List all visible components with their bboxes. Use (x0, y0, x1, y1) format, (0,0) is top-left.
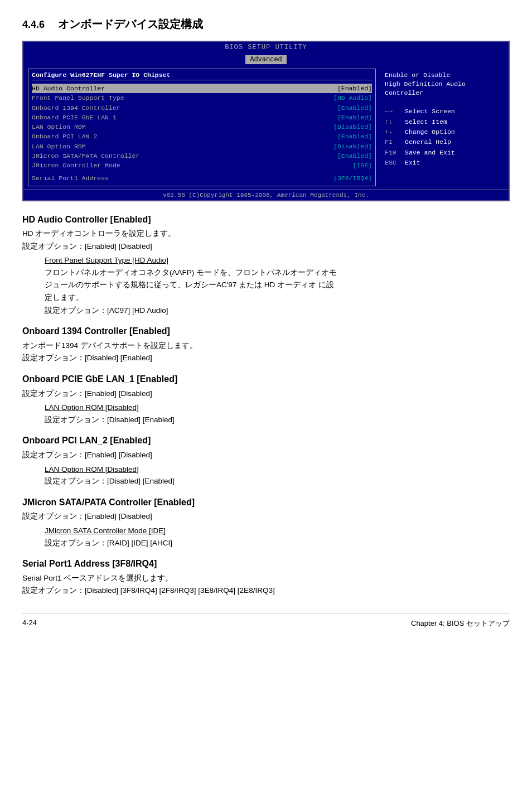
bios-header: BIOS SETUP UTILITY (23, 42, 509, 53)
bios-item: Onboard PCIE GbE LAN 1[Enabled] (32, 113, 372, 122)
content-item-header-0: HD Audio Controller [Enabled] (22, 212, 510, 227)
bios-item-label: Onboard 1394 Controller (32, 103, 337, 113)
footer-left: 4-24 (22, 619, 37, 629)
bios-nav-desc: Change Option (405, 127, 455, 137)
bios-nav-desc: Exit (405, 158, 420, 168)
bios-item-value: [Enabled] (337, 103, 372, 113)
bios-serial-label: Serial Port1 Address (32, 173, 333, 183)
bios-advanced-tab: Advanced (245, 55, 287, 64)
bios-item-value: [Enabled] (337, 132, 372, 141)
content-item-option-1: 設定オプション：[Disabled] [Enabled] (22, 352, 510, 364)
sub-item-link-2-0: LAN Option ROM [Disabled] (45, 402, 510, 414)
sub-item-link-3-0: LAN Option ROM [Disabled] (45, 463, 510, 476)
sub-item-3-0: LAN Option ROM [Disabled]設定オプション：[Disabl… (45, 463, 510, 487)
bios-nav-desc: Save and Exit (405, 148, 455, 158)
main-content: HD Audio Controller [Enabled]HD オーディオコント… (22, 212, 510, 597)
bios-item: LAN Option ROM[Disabled] (32, 122, 372, 132)
page-footer: 4-24 Chapter 4: BIOS セットアップ (22, 613, 510, 629)
sub-item-desc2-0-0: ジュールのサポートする規格に従って、レガシーAC'97 または HD オーディオ… (45, 279, 510, 291)
bios-nav-desc: Select Screen (405, 107, 455, 117)
bios-nav-desc: General Help (405, 137, 451, 147)
content-item-desc-5: Serial Port1 ベースアドレスを選択します。 (22, 572, 510, 584)
bios-nav-item: ESCExit (385, 158, 501, 168)
bios-item-value: [Disabled] (333, 142, 372, 151)
bios-item: HD Audio Controller[Enabled] (32, 84, 372, 93)
bios-help-text: Enable or Disable High Definition Audio … (385, 71, 501, 98)
bios-item-value: [Enabled] (337, 151, 372, 161)
bios-left-panel: Configure Win627EHF Super IO Chipset HD … (28, 69, 376, 186)
bios-item-label: LAN Option ROM (32, 142, 333, 151)
bios-item-label: Front Panel Support Type (32, 93, 333, 103)
bios-item: Front Panel Support Type[HD Audio] (32, 93, 372, 103)
sub-item-option-0-0: 設定オプション：[AC97] [HD Audio] (45, 305, 510, 317)
content-item-option-2: 設定オプション：[Enabled] [Disabled] (22, 388, 510, 400)
content-item-desc-0: HD オーディオコントローラを設定します。 (22, 228, 510, 240)
bios-content: Configure Win627EHF Super IO Chipset HD … (23, 65, 509, 190)
bios-item-label: JMicron Controller Mode (32, 161, 352, 170)
bios-nav-key: F1 (385, 137, 402, 147)
bios-item: JMicron Controller Mode[IDE] (32, 161, 372, 170)
bios-item-label: Onboard PCIE GbE LAN 1 (32, 113, 337, 122)
content-item-header-5: Serial Port1 Address [3F8/IRQ4] (22, 557, 510, 571)
bios-item-value: [HD Audio] (333, 93, 372, 103)
bios-screenshot: BIOS SETUP UTILITY Advanced Configure Wi… (22, 41, 510, 201)
content-item-option-0: 設定オプション：[Enabled] [Disabled] (22, 240, 510, 253)
content-item-desc-1: オンボード1394 デバイスサポートを設定します。 (22, 340, 510, 352)
bios-item-value: [Enabled] (337, 84, 372, 93)
bios-item-value: [Disabled] (333, 122, 372, 132)
bios-nav-key: ←→ (385, 107, 402, 117)
bios-item: JMicron SATA/PATA Controller[Enabled] (32, 151, 372, 161)
bios-item-value: [Enabled] (337, 113, 372, 122)
content-item-header-1: Onboard 1394 Controller [Enabled] (22, 324, 510, 339)
sub-item-option-2-0: 設定オプション：[Disabled] [Enabled] (45, 414, 510, 426)
sub-item-2-0: LAN Option ROM [Disabled]設定オプション：[Disabl… (45, 402, 510, 426)
bios-nav-key: ESC (385, 158, 402, 168)
sub-item-option-3-0: 設定オプション：[Disabled] [Enabled] (45, 475, 510, 487)
bios-nav-item: ↑↓Select Item (385, 117, 501, 127)
bios-nav-item: F1General Help (385, 137, 501, 147)
content-item-header-3: Onboard PCI LAN_2 [Enabled] (22, 433, 510, 448)
bios-nav-item: +-Change Option (385, 127, 501, 137)
section-number: 4.4.6 (22, 19, 45, 31)
sub-item-option-4-0: 設定オプション：[RAID] [IDE] [AHCI] (45, 537, 510, 549)
bios-nav-key: ↑↓ (385, 117, 402, 127)
content-item-option-5: 設定オプション：[Disabled] [3F8/IRQ4] [2F8/IRQ3]… (22, 584, 510, 597)
bios-item-value: [IDE] (352, 161, 372, 170)
content-item-option-3: 設定オプション：[Enabled] [Disabled] (22, 449, 510, 461)
bios-item: Onboard 1394 Controller[Enabled] (32, 103, 372, 113)
bios-right-panel: Enable or Disable High Definition Audio … (381, 69, 504, 186)
bios-item: LAN Option ROM[Disabled] (32, 142, 372, 151)
content-item-header-2: Onboard PCIE GbE LAN_1 [Enabled] (22, 372, 510, 386)
sub-item-link-4-0: JMicron SATA Controller Mode [IDE] (45, 525, 510, 537)
section-title: 4.4.6 オンボードデバイス設定構成 (22, 17, 510, 32)
bios-nav: ←→Select Screen↑↓Select Item+-Change Opt… (385, 107, 501, 168)
bios-item-label: HD Audio Controller (32, 84, 337, 93)
bios-nav-key: +- (385, 127, 402, 137)
bios-nav-item: ←→Select Screen (385, 107, 501, 117)
content-item-option-4: 設定オプション：[Enabled] [Disabled] (22, 510, 510, 523)
bios-nav-key: F10 (385, 148, 402, 158)
bios-item-label: LAN Option ROM (32, 122, 333, 132)
content-item-header-4: JMicron SATA/PATA Controller [Enabled] (22, 495, 510, 510)
bios-section-title: Configure Win627EHF Super IO Chipset (32, 71, 372, 80)
bios-nav-item: F10Save and Exit (385, 148, 501, 158)
bios-footer: v02.58 (C)Copyright 1985-2006, American … (23, 190, 509, 200)
footer-right: Chapter 4: BIOS セットアップ (411, 619, 510, 629)
sub-item-link-0-0: Front Panel Support Type [HD Audio] (45, 254, 510, 267)
bios-item-label: JMicron SATA/PATA Controller (32, 151, 337, 161)
section-name: オンボードデバイス設定構成 (58, 17, 203, 32)
bios-serial-value: [3F8/IRQ4] (333, 173, 372, 183)
sub-item-desc3-0-0: 定します。 (45, 292, 510, 304)
bios-item-label: Onboard PCI LAN 2 (32, 132, 337, 141)
sub-item-4-0: JMicron SATA Controller Mode [IDE]設定オプショ… (45, 525, 510, 549)
sub-item-0-0: Front Panel Support Type [HD Audio]フロントパ… (45, 254, 510, 316)
bios-nav-desc: Select Item (405, 117, 447, 127)
bios-serial-item: Serial Port1 Address [3F8/IRQ4] (32, 173, 372, 183)
bios-item: Onboard PCI LAN 2[Enabled] (32, 132, 372, 141)
bios-tab-row: Advanced (23, 53, 509, 65)
sub-item-desc1-0-0: フロントパネルオーディオコネクタ(AAFP) モードを、フロントパネルオーディオ… (45, 267, 510, 279)
